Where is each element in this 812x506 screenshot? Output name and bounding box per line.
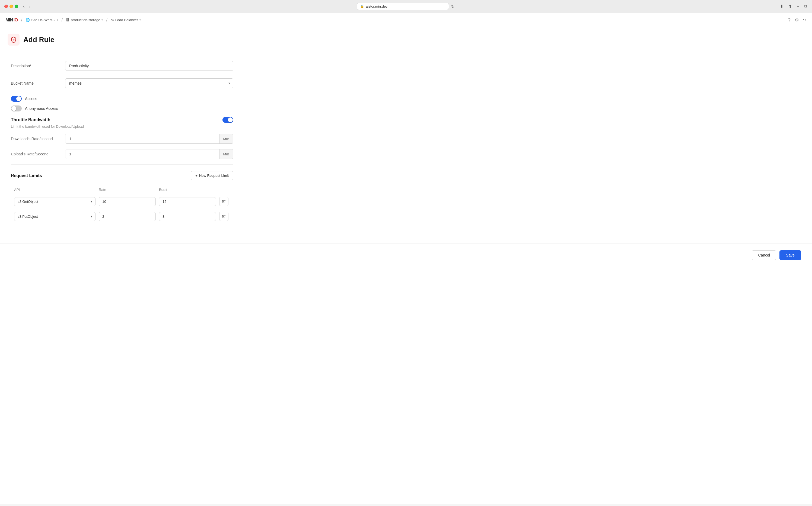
save-button[interactable]: Save	[780, 250, 801, 260]
table-row: s3.GetObject s3.PutObject s3.DeleteObjec…	[11, 209, 233, 224]
api-select-wrap-0: s3.GetObject s3.PutObject s3.DeleteObjec…	[14, 197, 95, 206]
page-header: Add Rule	[0, 27, 812, 52]
access-toggle-item: Access	[11, 96, 233, 102]
throttle-header: Throttle Bandwidth	[11, 117, 233, 123]
col-api: API	[14, 188, 95, 192]
bucket-name-select[interactable]: memes photos documents backups	[65, 78, 233, 88]
settings-icon[interactable]: ⚙	[795, 17, 799, 22]
share-icon[interactable]: ⬆	[788, 3, 793, 9]
bucket-select-wrap: memes photos documents backups ▾	[65, 78, 233, 88]
new-request-plus-icon: +	[195, 174, 198, 178]
anonymous-access-toggle[interactable]	[11, 105, 22, 111]
lb-icon: ⚖	[111, 18, 114, 22]
breadcrumb-lb-label: Load Balancer	[115, 18, 138, 22]
upload-rate-input-wrap: MiB	[65, 149, 233, 159]
delete-row-button-0[interactable]	[219, 197, 228, 206]
address-bar-area: 🔒 aistor.min.dev ↻	[35, 3, 776, 10]
download-rate-row: Download's Rate/second MiB	[11, 134, 233, 144]
breadcrumb-storage[interactable]: 🗄 production-storage ▾	[66, 18, 103, 22]
upload-rate-label: Upload's Rate/Second	[11, 152, 54, 156]
throttle-title: Throttle Bandwidth	[11, 117, 51, 122]
app-navbar: MINIO / 🌐 Site US-West-2 ▾ / 🗄 productio…	[0, 13, 812, 27]
rate-input-0[interactable]	[99, 197, 156, 206]
forward-button[interactable]: ›	[27, 4, 32, 9]
throttle-section: Throttle Bandwidth Limit the bandwidth u…	[11, 117, 233, 159]
col-rate: Rate	[99, 188, 156, 192]
reload-button[interactable]: ↻	[451, 4, 454, 9]
logo-io: IO	[14, 18, 18, 22]
breadcrumb-sep-1: /	[62, 18, 63, 22]
shield-icon	[10, 36, 17, 43]
browser-titlebar: ‹ › 🔒 aistor.min.dev ↻ ⬇ ⬆ + ⧉	[0, 0, 812, 13]
download-rate-label: Download's Rate/second	[11, 137, 54, 141]
breadcrumb-site[interactable]: 🌐 Site US-West-2 ▾	[25, 18, 58, 22]
close-button[interactable]	[4, 5, 8, 8]
description-control	[65, 61, 233, 71]
traffic-lights	[4, 5, 18, 8]
bucket-name-row: Bucket Name memes photos documents backu…	[11, 78, 233, 88]
throttle-toggle[interactable]	[222, 117, 233, 123]
description-input[interactable]	[65, 61, 233, 71]
request-limits-title: Request Limits	[11, 173, 42, 178]
toggles-row: Access Anonymous Access	[11, 96, 233, 111]
breadcrumb-site-label: Site US-West-2	[31, 18, 55, 22]
bucket-name-control: memes photos documents backups ▾	[65, 78, 233, 88]
page-title: Add Rule	[23, 35, 54, 44]
breadcrumb-loadbalancer[interactable]: ⚖ Load Balancer ▾	[111, 18, 141, 22]
download-rate-input[interactable]	[65, 134, 219, 144]
navbar-right: ? ⚙ ↪	[788, 17, 807, 22]
help-icon[interactable]: ?	[788, 18, 791, 22]
breadcrumb-storage-chevron: ▾	[101, 18, 103, 21]
api-select-0[interactable]: s3.GetObject s3.PutObject s3.DeleteObjec…	[14, 197, 95, 206]
page-content: Add Rule Description* Bucket Name memes …	[0, 27, 812, 504]
col-burst: Burst	[159, 188, 216, 192]
form-footer: Cancel Save	[0, 244, 812, 267]
browser-chrome: ‹ › 🔒 aistor.min.dev ↻ ⬇ ⬆ + ⧉	[0, 0, 812, 13]
site-icon: 🌐	[25, 18, 30, 22]
anonymous-access-toggle-label: Anonymous Access	[25, 106, 58, 111]
new-tab-icon[interactable]: +	[796, 4, 800, 9]
minimize-button[interactable]	[9, 5, 13, 8]
burst-input-0[interactable]	[159, 197, 216, 206]
delete-row-button-1[interactable]	[219, 212, 228, 221]
download-rate-input-wrap: MiB	[65, 134, 233, 144]
lock-icon: 🔒	[360, 5, 364, 8]
rate-input-1[interactable]	[99, 212, 156, 221]
download-icon[interactable]: ⬇	[780, 3, 784, 9]
bucket-name-label: Bucket Name	[11, 78, 54, 85]
tabs-icon[interactable]: ⧉	[804, 4, 808, 9]
breadcrumb-sep-2: /	[106, 18, 107, 22]
section-divider	[11, 164, 233, 165]
cancel-button[interactable]: Cancel	[752, 250, 776, 260]
nav-buttons: ‹ ›	[21, 4, 32, 9]
logout-icon[interactable]: ↪	[803, 17, 807, 22]
page-icon-wrap	[8, 33, 19, 46]
minio-logo: MINIO	[5, 18, 18, 22]
upload-rate-row: Upload's Rate/Second MiB	[11, 149, 233, 159]
new-request-btn-label: New Request Limit	[199, 174, 229, 178]
trash-icon-0	[222, 199, 226, 204]
api-select-1[interactable]: s3.GetObject s3.PutObject s3.DeleteObjec…	[14, 212, 95, 221]
breadcrumb-storage-label: production-storage	[71, 18, 100, 22]
request-limits-section: Request Limits + New Request Limit API R…	[11, 171, 233, 224]
upload-rate-input[interactable]	[65, 149, 219, 159]
access-toggle[interactable]	[11, 96, 22, 102]
access-toggle-label: Access	[25, 96, 37, 101]
table-row: s3.GetObject s3.PutObject s3.DeleteObjec…	[11, 194, 233, 209]
anonymous-access-toggle-knob	[11, 106, 16, 111]
address-bar[interactable]: 🔒 aistor.min.dev	[357, 3, 449, 10]
description-row: Description*	[11, 61, 233, 71]
logo-min: MIN	[5, 18, 13, 22]
download-rate-unit: MiB	[219, 134, 233, 144]
description-label: Description*	[11, 61, 54, 68]
api-select-wrap-1: s3.GetObject s3.PutObject s3.DeleteObjec…	[14, 212, 95, 221]
fullscreen-button[interactable]	[15, 5, 18, 8]
breadcrumb-site-chevron: ▾	[57, 18, 58, 21]
access-toggle-knob	[16, 96, 21, 101]
col-actions	[219, 188, 230, 192]
burst-input-1[interactable]	[159, 212, 216, 221]
throttle-subtitle: Limit the bandwidth used for Download/Up…	[11, 124, 233, 129]
back-button[interactable]: ‹	[21, 4, 26, 9]
breadcrumb-sep-0: /	[21, 18, 22, 22]
new-request-limit-button[interactable]: + New Request Limit	[191, 171, 233, 180]
